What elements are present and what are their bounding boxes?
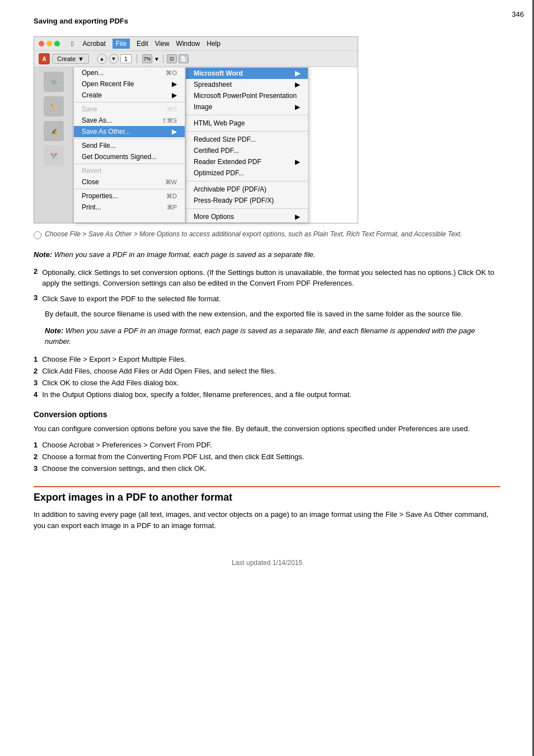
export-step-1-num: 1 [34,355,38,363]
minimize-button[interactable] [46,41,52,46]
menu-sep-4 [74,189,185,189]
nav-up[interactable]: ▲ [97,54,107,64]
conv-step-3-num: 3 [34,464,38,473]
menu-save-as-other[interactable]: Save As Other... ▶ [74,126,185,137]
export-step-2: 2 Click Add Files, choose Add Files or A… [34,367,500,375]
conv-step-2-text: Choose a format from the Converting From… [42,452,304,461]
step-3-container: 3 Click Save to export the PDF to the se… [34,293,500,305]
acrobat-menu[interactable]: Acrobat [82,40,105,48]
menu-send-file[interactable]: Send File... [74,140,185,151]
submenu-sep-1 [186,115,308,115]
edit-menu[interactable]: Edit [137,40,148,48]
export-images-section: Export images in a PDF to another format… [34,486,500,531]
export-step-1: 1 Choose File > Export > Export Multiple… [34,355,500,363]
submenu-reader-extended[interactable]: Reader Extended PDF ▶ [186,156,308,167]
note-1: Note: When you save a PDF in an image fo… [34,249,500,260]
menu-print[interactable]: Print... ⌘P [74,202,185,213]
conv-step-1-text: Choose Acrobat > Preferences > Convert F… [42,441,212,449]
submenu-image[interactable]: Image ▶ [186,101,308,113]
note-label-2: Note: [45,326,63,335]
sidebar-icon-1[interactable]: 📎 [44,72,64,92]
conv-step-3: 3 Choose the conversion settings, and th… [34,464,500,473]
export-step-3: 3 Click OK to close the Add Files dialog… [34,379,500,387]
sidebar-icon-2[interactable]: ✏️ [44,96,64,116]
sidebar-icon-4[interactable]: ✂️ [44,146,64,166]
create-button[interactable]: Create ▼ [52,54,89,64]
submenu-more-options[interactable]: More Options ▶ [186,211,308,222]
menu-properties[interactable]: Properties... ⌘D [74,190,185,202]
export-step-3-text: Click OK to close the Add Files dialog b… [42,379,179,387]
section-heading: Saving and exporting PDFs [34,17,500,25]
sidebar-icon-3[interactable]: 🔏 [44,121,64,141]
file-menu[interactable]: File [113,39,130,49]
menu-revert[interactable]: Revert [74,165,185,176]
nav-down[interactable]: ▼ [109,54,119,64]
conversion-options-section: Conversion options You can configure con… [34,410,500,473]
step-2-container: 2 Optionally, click Settings to set conv… [34,267,500,289]
export-step-4-text: In the Output Options dialog box, specif… [42,390,352,399]
export-step-4-num: 4 [34,390,38,399]
dropdown-area: Open... ⌘O Open Recent File ▶ Create ▶ [73,67,358,223]
submenu-press-ready[interactable]: Press-Ready PDF (PDF/X) [186,195,308,206]
help-menu[interactable]: Help [207,40,221,48]
conv-step-2-num: 2 [34,452,38,461]
separator-1 [137,54,137,63]
separator-2 [163,54,163,63]
caption-text: Choose File > Save As Other > More Optio… [45,230,462,238]
footer: Last updated 1/14/2015 [34,553,500,567]
menu-bar:  Acrobat File Edit View Window Help [34,37,358,51]
menu-open[interactable]: Open... ⌘O [74,67,185,78]
submenu-header[interactable]: Microsoft Word ▶ [186,68,308,79]
menu-sep-1 [74,102,185,102]
menu-save-as[interactable]: Save As... ⇧⌘S [74,115,185,126]
menu-get-docs[interactable]: Get Documents Signed... [74,151,185,162]
para-default: By default, the source filename is used … [45,309,500,320]
conv-step-1-num: 1 [34,441,38,449]
submenu-archivable[interactable]: Archivable PDF (PDF/A) [186,184,308,195]
conversion-options-intro: You can configure conversion options bef… [34,423,500,435]
menu-sep-2 [74,138,185,139]
submenu-optimized[interactable]: Optimized PDF... [186,167,308,179]
zoom-input[interactable]: 7% [142,54,152,63]
close-button[interactable] [39,41,44,46]
acrobat-icon: A [39,53,50,64]
submenu-reduced[interactable]: Reduced Size PDF... [186,134,308,145]
step-2-num: 2 [34,267,38,289]
view-menu[interactable]: View [155,40,170,48]
submenu-powerpoint[interactable]: Microsoft PowerPoint Presentation [186,90,308,101]
conversion-options-heading: Conversion options [34,410,500,419]
sidebar: 📎 ✏️ 🔏 ✂️ [34,67,73,223]
export-step-1-text: Choose File > Export > Export Multiple F… [42,355,186,363]
caption-icon [34,231,41,239]
submenu-certified[interactable]: Certified PDF... [186,145,308,156]
caption-area: Choose File > Save As Other > More Optio… [34,230,500,239]
apple-menu[interactable]:  [71,40,73,48]
submenu-sep-2 [186,131,308,132]
conv-step-2: 2 Choose a format from the Converting Fr… [34,452,500,461]
screenshot-container:  Acrobat File Edit View Window Help A [34,36,500,223]
window-menu[interactable]: Window [176,40,200,48]
toolbar-icons: 7% ▼ ⊡ 📄 [142,54,189,63]
menu-create[interactable]: Create ▶ [74,90,185,101]
menu-open-recent[interactable]: Open Recent File ▶ [74,78,185,90]
note-2: Note: When you save a PDF in an image fo… [45,325,500,347]
conv-step-1: 1 Choose Acrobat > Preferences > Convert… [34,441,500,449]
note-2-container: Note: When you save a PDF in an image fo… [45,325,500,347]
export-step-4: 4 In the Output Options dialog box, spec… [34,390,500,399]
submenu-html[interactable]: HTML Web Page [186,118,308,129]
submenu-spreadsheet[interactable]: Spreadsheet ▶ [186,79,308,90]
maximize-button[interactable] [54,41,60,46]
menu-save[interactable]: Save ⌘S [74,104,185,115]
submenu-sep-4 [186,208,308,209]
doc-icon[interactable]: 📄 [179,54,189,63]
acrobat-window:  Acrobat File Edit View Window Help A [34,36,358,223]
fit-page-icon[interactable]: ⊡ [167,54,177,63]
traffic-lights [39,41,60,46]
page-number-input[interactable]: 1 [120,54,132,63]
submenu-sep-3 [186,181,308,181]
menu-close[interactable]: Close ⌘W [74,176,185,188]
step-3-text: Click Save to export the PDF to the sele… [42,293,221,305]
export-images-intro: In addition to saving every page (all te… [34,509,500,531]
export-step-2-num: 2 [34,367,38,375]
step-2-text: Optionally, click Settings to set conver… [42,267,500,289]
